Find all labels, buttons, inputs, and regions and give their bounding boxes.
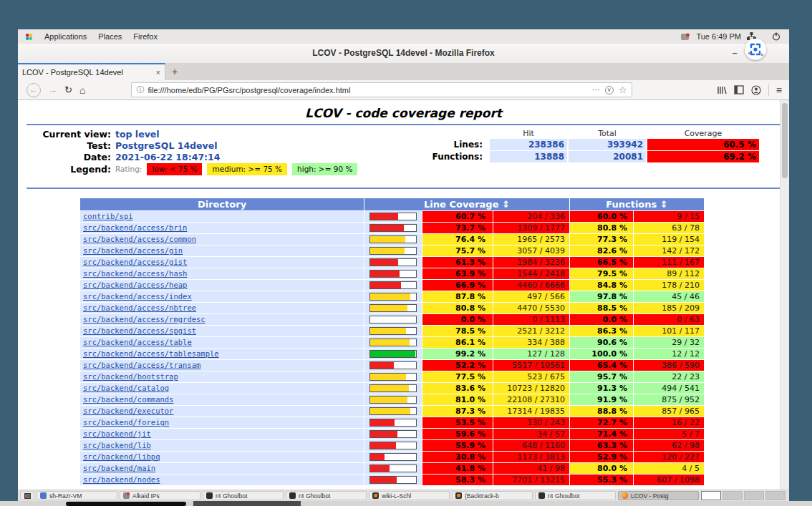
- func-pct-cell: 84.8 %: [570, 280, 633, 291]
- minimize-button[interactable]: –: [728, 44, 742, 63]
- menu-hamburger-icon[interactable]: ≡: [776, 84, 782, 96]
- taskbar-window-button[interactable]: wiki-L-Schl: [369, 491, 450, 500]
- func-pct-cell: 95.7 %: [570, 371, 633, 382]
- taskbar-window-button[interactable]: r4 Ghoulbot: [535, 491, 616, 500]
- directory-link[interactable]: src/backend/access/table: [83, 338, 192, 346]
- directory-link[interactable]: src/backend/access/hash: [83, 269, 187, 278]
- tab-close-icon[interactable]: ×: [156, 68, 160, 77]
- forward-icon[interactable]: →: [48, 84, 57, 95]
- divider: [26, 124, 780, 125]
- workspace-2[interactable]: [722, 491, 743, 500]
- column-header-functions[interactable]: Functions ⇕: [570, 198, 704, 210]
- show-desktop-button[interactable]: [20, 491, 34, 500]
- taskbar-window-button[interactable]: Alkaid IPs: [120, 491, 200, 500]
- directory-link[interactable]: src/backend/catalog: [83, 384, 169, 392]
- url-text[interactable]: file:///home/edb/PG/PGsrc/postgresql/cov…: [148, 86, 591, 94]
- directory-link[interactable]: src/backend/lib: [83, 441, 151, 449]
- tab-lcov[interactable]: LCOV - PostgreSQL 14devel ×: [18, 63, 165, 80]
- new-tab-button[interactable]: +: [165, 63, 184, 80]
- coverage-bar: [369, 281, 417, 289]
- line-pct-cell: 87.8 %: [422, 291, 493, 302]
- summary-table: Hit Total Coverage Lines: 238386 393942 …: [430, 128, 760, 163]
- menu-applications[interactable]: Applications: [44, 32, 87, 41]
- taskbar-window-button[interactable]: r4 Ghoulbot: [286, 491, 367, 500]
- func-pct-cell: 77.3 %: [570, 234, 633, 245]
- table-row: src/backend/bootstrap 77.5 % 523 / 675 9…: [80, 371, 704, 382]
- directory-link[interactable]: src/backend/executor: [83, 407, 173, 415]
- window-button-label: (Backtrack-b: [465, 492, 499, 500]
- column-header-line-coverage[interactable]: Line Coverage ⇕: [364, 198, 569, 210]
- directory-link[interactable]: src/backend/commands: [83, 395, 173, 404]
- directory-link[interactable]: src/backend/access/index: [83, 292, 192, 301]
- taskbar-window-button[interactable]: sh-Razr-VM: [37, 491, 117, 500]
- menu-places[interactable]: Places: [98, 32, 122, 41]
- coverage-bar-fill: [370, 374, 406, 380]
- navigation-toolbar: ← → ↻ ⌂ ⓘ file:///home/edb/PG/PGsrc/post…: [18, 80, 789, 100]
- account-icon[interactable]: [751, 85, 761, 95]
- scrollbar-thumb[interactable]: [782, 103, 788, 178]
- directory-link[interactable]: src/backend/main: [83, 464, 155, 472]
- window-button-label: r4 Ghoulbot: [216, 492, 247, 500]
- taskbar-window-button[interactable]: LCOV - Postg: [618, 491, 699, 500]
- sidebar-icon[interactable]: [734, 85, 744, 94]
- back-icon[interactable]: ←: [26, 83, 41, 97]
- window-icon: [455, 492, 462, 499]
- functions-hit: 13888: [490, 151, 567, 162]
- bookmark-star-icon[interactable]: ☆: [619, 84, 627, 95]
- coverage-bar: [369, 304, 417, 312]
- table-row: src/backend/access/index 87.8 % 497 / 56…: [80, 291, 704, 302]
- sort-updown-icon[interactable]: ⇕: [660, 199, 668, 210]
- workspace-1[interactable]: [701, 491, 721, 500]
- directory-link[interactable]: src/backend/foreign: [83, 418, 169, 427]
- table-row: src/backend/access/gin 75.7 % 3057 / 403…: [80, 245, 704, 256]
- power-icon[interactable]: [772, 32, 780, 41]
- home-icon[interactable]: ⌂: [79, 84, 85, 96]
- site-info-icon[interactable]: ⓘ: [136, 84, 144, 95]
- directory-link[interactable]: src/backend/access/heap: [83, 281, 187, 289]
- func-pct-cell: 80.8 %: [570, 223, 633, 233]
- directory-link[interactable]: src/backend/jit: [83, 429, 151, 438]
- func-pct-cell: 79.5 %: [570, 268, 633, 279]
- func-ratio-cell: 62 / 98: [634, 440, 704, 451]
- table-row: src/backend/access/gist 61.3 % 1984 / 32…: [80, 257, 704, 268]
- library-icon[interactable]: [717, 85, 727, 95]
- workspace-4[interactable]: [765, 491, 786, 500]
- directory-link[interactable]: src/backend/access/rmgrdesc: [83, 315, 206, 323]
- directory-link[interactable]: src/backend/access/common: [83, 235, 196, 243]
- directory-link[interactable]: src/backend/access/brin: [83, 223, 187, 232]
- func-pct-cell: 90.6 %: [570, 337, 633, 348]
- coverage-bar: [369, 235, 417, 243]
- url-bar[interactable]: ⓘ file:///home/edb/PG/PGsrc/postgresql/c…: [131, 82, 632, 97]
- directory-link[interactable]: src/backend/nodes: [83, 475, 160, 484]
- workspace-switcher[interactable]: [701, 491, 787, 500]
- menu-firefox[interactable]: Firefox: [133, 32, 158, 41]
- directory-link[interactable]: src/backend/access/tablesample: [83, 349, 219, 358]
- taskbar-window-button[interactable]: r4 Ghoulbot: [203, 491, 284, 500]
- column-header-directory[interactable]: Directory: [80, 198, 364, 210]
- directory-link[interactable]: src/backend/bootstrap: [83, 372, 178, 381]
- line-pct-cell: 86.1 %: [422, 337, 493, 348]
- taskbar-window-button[interactable]: (Backtrack-b: [452, 491, 533, 500]
- directory-link[interactable]: src/backend/access/spgist: [83, 326, 196, 335]
- background-window-edge: [66, 502, 186, 506]
- overflow-icon[interactable]: ⋯: [592, 85, 600, 94]
- current-view-link[interactable]: top level: [115, 129, 160, 140]
- directory-link[interactable]: src/backend/access/nbtree: [83, 303, 196, 312]
- line-ratio-cell: 17314 / 19835: [493, 406, 569, 417]
- directory-link[interactable]: src/backend/libpq: [83, 452, 160, 461]
- directory-link[interactable]: src/backend/access/gist: [83, 258, 187, 266]
- panel-clock[interactable]: Tue 6:49 PM: [696, 32, 741, 41]
- func-ratio-cell: 16 / 22: [634, 417, 704, 428]
- directory-link[interactable]: src/backend/access/transam: [83, 361, 200, 369]
- sort-updown-icon[interactable]: ⇕: [502, 199, 510, 210]
- func-pct-cell: 80.0 %: [570, 463, 633, 474]
- pocket-icon[interactable]: ∨: [605, 86, 614, 94]
- lines-coverage: 60.5 %: [647, 139, 759, 150]
- reload-icon[interactable]: ↻: [64, 84, 72, 95]
- workspace-3[interactable]: [744, 491, 764, 500]
- directory-link[interactable]: src/backend/access/gin: [83, 246, 183, 255]
- scrollbar[interactable]: [780, 100, 789, 490]
- directory-link[interactable]: contrib/spi: [83, 212, 133, 220]
- line-ratio-cell: 523 / 675: [493, 371, 569, 382]
- table-row: src/backend/access/common 76.4 % 1965 / …: [80, 234, 704, 245]
